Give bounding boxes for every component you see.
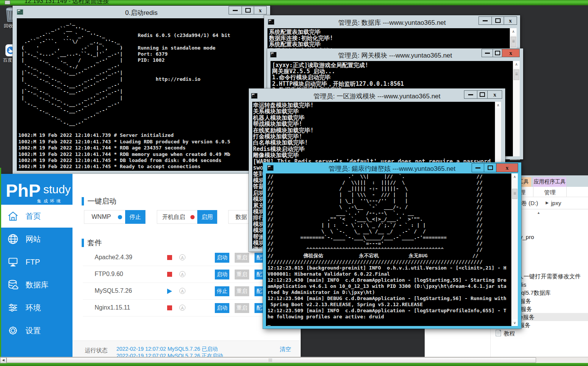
sort-indicator-icon[interactable]: ▲ [537, 211, 540, 215]
window-backend-console: 管理员: 鍚庡彴鏈嶅姟 ---www.yuntao365.net x // .'… [263, 162, 521, 329]
close-button[interactable]: x [496, 164, 518, 172]
pane-divider [490, 329, 491, 357]
close-button[interactable]: x [254, 6, 266, 14]
redis-console-output[interactable]: _._ _.-``__ ''-._ _.-`` `. `_. ''-._ Red… [17, 18, 266, 171]
minimize-button[interactable] [479, 17, 491, 24]
logo-text2: study [43, 183, 71, 196]
start-button[interactable]: 启动 [215, 253, 229, 263]
suite-row-apache: Apache2.4.39 A 启动 重启 配置 [83, 249, 284, 266]
sidebar-item-settings[interactable]: 设置 [1, 319, 72, 342]
stop-button[interactable]: 停止 [125, 210, 145, 224]
maximize-button[interactable] [484, 164, 496, 172]
minimize-button[interactable] [464, 91, 477, 98]
gateway-titlebar[interactable]: 管理员: 网关模块 ---www.yuntao365.net x [267, 48, 523, 61]
tab-application-tools[interactable]: 应用程序工具 [533, 177, 566, 187]
maximize-button[interactable] [477, 91, 488, 98]
scroll-thumb[interactable]: ☰ [512, 189, 517, 199]
backend-console-output[interactable]: // .' \\| |// `. // // / \\||| : |||// \… [266, 173, 511, 326]
scroll-thumb[interactable]: ☰ [511, 37, 516, 47]
sidebar-label: FTP [26, 258, 40, 266]
stop-button[interactable]: 停止 [215, 286, 229, 296]
ftp-icon [7, 256, 19, 268]
sidebar-label: 环境 [26, 303, 41, 313]
close-button[interactable]: x [502, 49, 519, 57]
section-title: 套件 [87, 238, 102, 248]
autostart-icon[interactable]: A [179, 271, 185, 277]
restart-button[interactable]: 重启 [235, 286, 249, 296]
redis-console-text: _._ _.-``__ ''-._ _.-`` `. `_. ''-._ Red… [17, 18, 266, 170]
minimize-button[interactable] [229, 6, 242, 14]
home-icon [7, 210, 19, 222]
clear-link[interactable]: 清空 [280, 346, 291, 353]
breadcrumb-folder[interactable]: jpxy [551, 200, 561, 206]
sidebar-label: 数据库 [26, 280, 48, 290]
minimize-button[interactable] [482, 49, 493, 57]
globe-icon [7, 233, 19, 245]
sidebar-item-website[interactable]: 网站 [1, 228, 72, 250]
gateway-scrollbar[interactable]: ∧ ☰ [513, 61, 520, 156]
sidebar-item-database[interactable]: 数据库 [1, 273, 72, 296]
backend-scrollbar[interactable]: ∧ ☰ ∨ [511, 173, 518, 326]
db-titlebar[interactable]: 管理员: 数据库 ---www.yuntao365.net x [264, 15, 520, 28]
close-button[interactable]: x [487, 91, 502, 98]
maximize-button[interactable] [491, 17, 504, 24]
breadcrumb-drive[interactable]: 卷 (D:) [521, 200, 538, 207]
desktop-edge-left [0, 168, 1, 363]
wnmp-label: WNMP [92, 214, 111, 220]
section-title: 一键启动 [87, 196, 116, 206]
file-item-tutorial[interactable]: 教程 [504, 330, 515, 337]
restart-button[interactable]: 重启 [235, 270, 249, 279]
restart-button[interactable]: 重启 [235, 253, 249, 263]
start-button[interactable]: 启动 [215, 303, 229, 313]
logo-subtitle: 集成环境 [37, 198, 63, 204]
document-icon [496, 330, 501, 336]
scrollbar-grip: ||| [269, 359, 273, 361]
scroll-down-arrow[interactable]: ∨ [512, 319, 517, 326]
scroll-up-arrow[interactable]: ∧ [496, 102, 501, 108]
section-suites: 套件 [82, 238, 102, 248]
sidebar-item-ftp[interactable]: FTP [1, 250, 72, 273]
sidebar-item-environment[interactable]: 环境 [1, 296, 72, 319]
rdp-connection-bar: 12.193.131.149 - 远程桌面连接 [0, 0, 588, 5]
redis-window-controls: x [229, 6, 267, 14]
backend-window-controls: x [472, 163, 518, 172]
gear-icon [7, 325, 19, 336]
scroll-up-arrow[interactable]: ∧ [511, 28, 516, 35]
file-item[interactable]: 人一键打开需要修改文件 [518, 273, 581, 280]
file-item[interactable]: y_pro [520, 234, 534, 240]
maximize-button[interactable] [242, 6, 254, 14]
window-redis-console: 0.启动redis x _._ _.-``__ ''-._ _.-`` `. `… [13, 6, 270, 174]
redis-titlebar[interactable]: 0.启动redis x [13, 6, 270, 18]
restart-button[interactable]: 重启 [235, 303, 249, 313]
sidebar-item-home[interactable]: 首页 [1, 205, 72, 228]
scroll-thumb[interactable]: ☰ [514, 69, 519, 80]
tab-manage[interactable]: 管理 [544, 189, 556, 196]
scroll-up-arrow[interactable]: ∧ [512, 173, 517, 180]
enable-button[interactable]: 启用 [197, 210, 217, 224]
logo-text: PhP [6, 180, 40, 201]
close-button[interactable]: x [504, 17, 517, 24]
file-item[interactable]: Sql5.7数据库 [517, 289, 551, 297]
suite-name: Apache2.4.39 [95, 254, 132, 261]
autostart-icon[interactable]: A [179, 254, 185, 260]
rdp-horizontal-scrollbar[interactable]: ◀ ||| [0, 357, 588, 363]
autorun-label: 开机自启 [162, 214, 185, 221]
scroll-left-arrow[interactable]: ◀ [0, 357, 6, 363]
scroll-up-arrow[interactable]: ∧ [514, 61, 519, 67]
db-window-controls: x [478, 16, 517, 25]
backend-titlebar[interactable]: 管理员: 鍚庡彴鏈嶅姟 ---www.yuntao365.net x [263, 162, 521, 173]
autostart-icon[interactable]: A [179, 305, 185, 311]
autorun-control: 开机自启 启用 [157, 210, 217, 224]
running-icon [167, 289, 172, 294]
start-button[interactable]: 启动 [215, 270, 229, 279]
game-titlebar[interactable]: 管理员: 一区游戏模块 ---www.yuntao365.net x [249, 88, 505, 102]
tab-divider [566, 187, 567, 197]
tab-divider [533, 187, 533, 197]
phpstudy-logo: PhPstudy 集成环境 [6, 180, 74, 201]
section-marker [82, 197, 84, 205]
minimize-button[interactable] [472, 164, 484, 172]
maximize-button[interactable] [493, 49, 502, 57]
file-item[interactable]: 服务 [520, 298, 531, 305]
suite-name: FTP0.9.60 [95, 271, 123, 278]
autostart-icon[interactable]: A [179, 288, 185, 294]
